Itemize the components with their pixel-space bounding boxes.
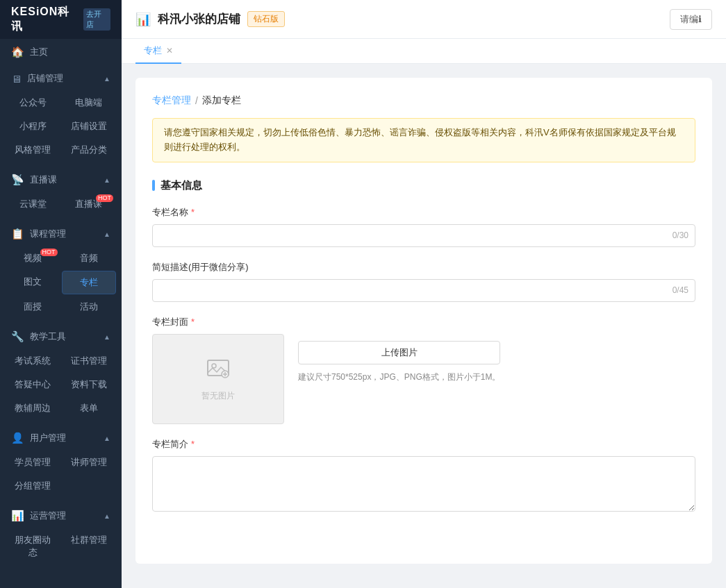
sidebar-group-users[interactable]: 👤 用户管理 ▲ [0, 425, 122, 451]
store-name: 科汛小张的店铺 [158, 11, 240, 27]
desc-input[interactable] [152, 279, 695, 302]
sidebar-home-label: 主页 [30, 46, 48, 58]
breadcrumb-separator: / [195, 95, 198, 106]
sidebar-item-column[interactable]: 专栏 [62, 271, 117, 294]
sidebar-group-store[interactable]: 🖥 店铺管理 ▲ [0, 65, 122, 92]
cover-placeholder-text: 暂无图片 [201, 390, 235, 402]
form-group-intro: 专栏简介 * [152, 438, 695, 514]
sidebar-teaching-items: 考试系统 证书管理 答疑中心 资料下载 教辅周边 表单 [0, 350, 122, 425]
sidebar-teaching-label: 教学工具 [30, 330, 66, 343]
sidebar-course-items: 视频HOT 音频 图文 专栏 面授 活动 [0, 247, 122, 324]
sidebar-course-label: 课程管理 [30, 228, 66, 240]
hot-badge-video: HOT [40, 249, 58, 256]
sidebar-group-course[interactable]: 📋 课程管理 ▲ [0, 221, 122, 247]
page-card: 专栏管理 / 添加专栏 请您遵守国家相关规定，切勿上传低俗色情、暴力恐怖、谣言诈… [135, 78, 712, 564]
chevron-up-icon-course: ▲ [104, 230, 110, 238]
breadcrumb-parent[interactable]: 专栏管理 [152, 94, 191, 107]
name-input[interactable] [152, 224, 695, 247]
tabs-bar: 专栏 ✕ [122, 39, 726, 64]
sidebar-item-home[interactable]: 🏠 主页 [0, 39, 122, 65]
sidebar-item-exam[interactable]: 考试系统 [6, 350, 60, 372]
top-header: 📊 科汛小张的店铺 钻石版 请编ℹ [122, 0, 726, 39]
sidebar-item-community[interactable]: 社群管理 [62, 529, 117, 564]
sidebar-section-operations: 📊 运营管理 ▲ 朋友圈动态 社群管理 [0, 503, 122, 569]
sidebar-section-live: 📡 直播课 ▲ 云课堂 直播课HOT [0, 167, 122, 221]
sidebar-item-groups[interactable]: 分组管理 [6, 475, 60, 497]
sidebar-store-label: 店铺管理 [27, 72, 63, 85]
main-area: 📊 科汛小张的店铺 钻石版 请编ℹ 专栏 ✕ 专栏管理 / 添加专栏 请您遵守国… [122, 0, 726, 588]
sidebar-item-audio[interactable]: 音频 [62, 247, 117, 269]
tab-close-icon[interactable]: ✕ [166, 46, 173, 56]
sidebar-item-teachers[interactable]: 讲师管理 [62, 451, 117, 473]
desc-input-wrapper: 0/45 [152, 279, 695, 302]
sidebar-section-users: 👤 用户管理 ▲ 学员管理 讲师管理 分组管理 [0, 425, 122, 503]
tab-column[interactable]: 专栏 ✕ [135, 39, 181, 64]
sidebar-item-activity[interactable]: 活动 [62, 296, 117, 318]
notice-text: 请您遵守国家相关规定，切勿上传低俗色情、暴力恐怖、谣言诈骗、侵权盗版等相关内容，… [164, 127, 676, 152]
diamond-badge: 钻石版 [247, 11, 285, 27]
sidebar-item-style[interactable]: 风格管理 [6, 139, 60, 161]
sidebar-item-video[interactable]: 视频HOT [6, 247, 60, 269]
form-group-cover: 专栏封面 * [152, 316, 695, 424]
sidebar-group-live[interactable]: 📡 直播课 ▲ [0, 167, 122, 193]
sidebar-group-operations[interactable]: 📊 运营管理 ▲ [0, 503, 122, 529]
breadcrumb: 专栏管理 / 添加专栏 [152, 94, 695, 107]
sidebar-store-items: 公众号 电脑端 小程序 店铺设置 风格管理 产品分类 [0, 92, 122, 167]
sidebar-item-moments[interactable]: 朋友圈动态 [6, 529, 60, 564]
sidebar-item-form[interactable]: 表单 [62, 397, 117, 419]
sidebar-item-qa[interactable]: 答疑中心 [6, 373, 60, 396]
sidebar-users-items: 学员管理 讲师管理 分组管理 [0, 451, 122, 503]
sidebar-logo: KESiON科讯 去开店 [0, 0, 122, 39]
sidebar-item-students[interactable]: 学员管理 [6, 451, 60, 473]
sidebar-item-official[interactable]: 公众号 [6, 92, 60, 114]
store-icon: 🖥 [11, 73, 22, 85]
sidebar-item-graphic[interactable]: 图文 [6, 271, 60, 294]
upload-hint: 建议尺寸750*525px，JPG、PNG格式，图片小于1M。 [298, 371, 500, 383]
sidebar-item-aux[interactable]: 教辅周边 [6, 397, 60, 419]
name-required-mark: * [191, 207, 195, 217]
chevron-up-icon-teaching: ▲ [104, 333, 110, 341]
chevron-up-icon-users: ▲ [104, 435, 110, 442]
sidebar-item-download[interactable]: 资料下载 [62, 373, 117, 396]
form-group-name: 专栏名称 * 0/30 [152, 206, 695, 247]
name-count: 0/30 [673, 230, 688, 240]
name-label: 专栏名称 * [152, 206, 695, 219]
sidebar-item-pc[interactable]: 电脑端 [62, 92, 117, 114]
cover-label: 专栏封面 * [152, 316, 695, 328]
notice-bar: 请您遵守国家相关规定，切勿上传低俗色情、暴力恐怖、谣言诈骗、侵权盗版等相关内容，… [152, 118, 695, 162]
sidebar-item-store-settings[interactable]: 店铺设置 [62, 115, 117, 137]
sidebar-item-category[interactable]: 产品分类 [62, 139, 117, 161]
image-placeholder-icon [206, 356, 231, 386]
hot-badge-live: HOT [96, 194, 113, 202]
sidebar-section-course: 📋 课程管理 ▲ 视频HOT 音频 图文 专栏 面授 活动 [0, 221, 122, 324]
breadcrumb-current: 添加专栏 [202, 94, 241, 107]
desc-count: 0/45 [673, 285, 688, 295]
sidebar-item-interview[interactable]: 面授 [6, 296, 60, 318]
sidebar-live-label: 直播课 [30, 174, 57, 186]
sidebar-section-teaching: 🔧 教学工具 ▲ 考试系统 证书管理 答疑中心 资料下载 教辅周边 表单 [0, 324, 122, 425]
sidebar-group-teaching[interactable]: 🔧 教学工具 ▲ [0, 324, 122, 350]
sidebar-item-miniapp[interactable]: 小程序 [6, 115, 60, 137]
home-icon: 🏠 [11, 46, 24, 58]
upload-image-button[interactable]: 上传图片 [298, 341, 500, 364]
desc-label: 简短描述(用于微信分享) [152, 261, 695, 274]
content-area: 专栏管理 / 添加专栏 请您遵守国家相关规定，切勿上传低俗色情、暴力恐怖、谣言诈… [122, 64, 726, 588]
intro-required-mark: * [191, 439, 195, 449]
live-icon: 📡 [11, 174, 24, 186]
sidebar-users-label: 用户管理 [30, 432, 66, 444]
section-basic-info: 基本信息 [152, 179, 695, 192]
intro-textarea[interactable] [152, 456, 695, 512]
form-group-desc: 简短描述(用于微信分享) 0/45 [152, 261, 695, 302]
invite-button[interactable]: 请编ℹ [670, 9, 712, 30]
course-icon: 📋 [11, 228, 24, 240]
operations-icon: 📊 [11, 510, 24, 522]
sidebar-section-store: 🖥 店铺管理 ▲ 公众号 电脑端 小程序 店铺设置 风格管理 产品分类 [0, 65, 122, 167]
sidebar-operations-items: 朋友圈动态 社群管理 [0, 529, 122, 569]
sidebar-item-yunketang[interactable]: 云课堂 [6, 193, 60, 215]
sidebar-section-home: 🏠 主页 [0, 39, 122, 65]
tab-column-label: 专栏 [144, 44, 162, 57]
cover-placeholder: 暂无图片 [152, 334, 284, 424]
sidebar-item-cert[interactable]: 证书管理 [62, 350, 117, 372]
sidebar-item-live[interactable]: 直播课HOT [62, 193, 117, 215]
top-right-actions: 请编ℹ [670, 9, 712, 30]
